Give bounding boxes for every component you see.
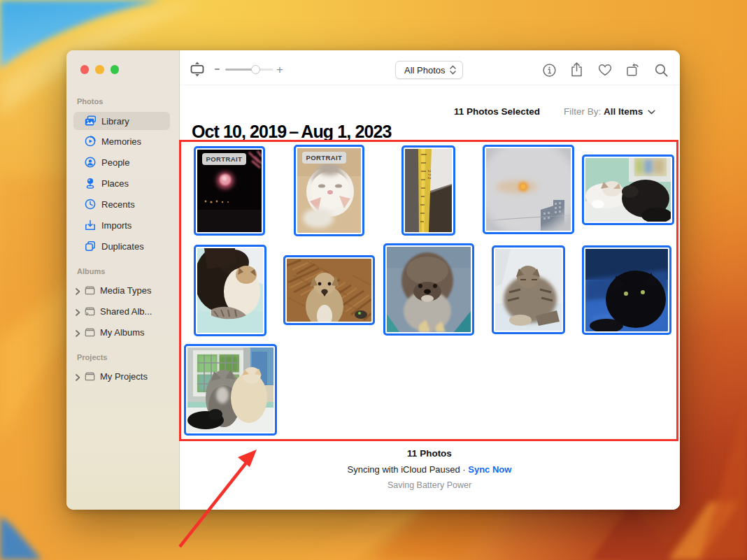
svg-text:2 7 2: 2 7 2 <box>427 170 432 180</box>
